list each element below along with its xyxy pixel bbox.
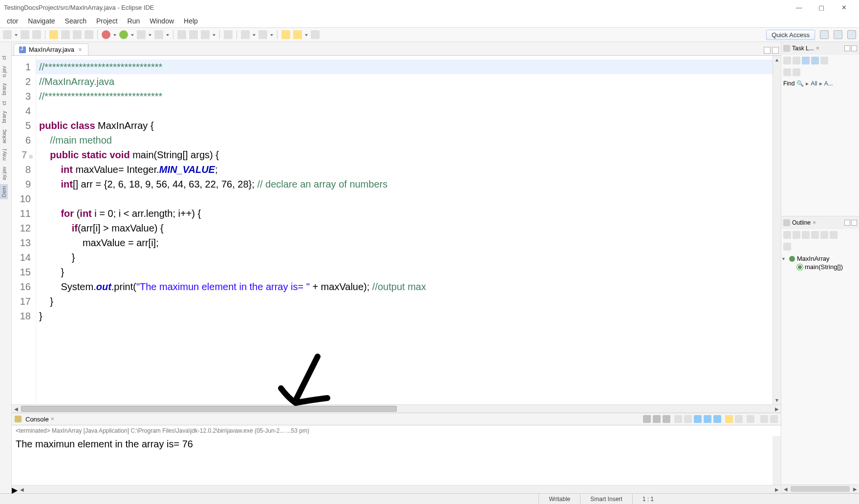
- new-dropdown[interactable]: [15, 30, 18, 39]
- tasklist-minimize-icon[interactable]: [844, 45, 850, 51]
- left-trim-item[interactable]: ct: [0, 54, 8, 62]
- find-search-icon[interactable]: 🔍: [796, 80, 804, 87]
- hide-local-icon[interactable]: [820, 231, 828, 239]
- console-horizontal-scrollbar[interactable]: ▶ ◀ ▶: [12, 485, 781, 493]
- outline-scroll-right-icon[interactable]: ▶: [851, 485, 859, 493]
- code-line[interactable]: //MaxInArray.java: [36, 74, 773, 89]
- debug-dropdown[interactable]: [113, 30, 116, 39]
- focus-active-icon[interactable]: [830, 231, 838, 239]
- code-line[interactable]: maxValue = arr[i];: [36, 235, 773, 250]
- code-editor[interactable]: 123456789101112131415161718 //**********…: [12, 56, 781, 404]
- focus-icon[interactable]: [820, 57, 828, 64]
- perspective-java-icon[interactable]: [834, 30, 842, 39]
- outline-tree[interactable]: ▾ MaxInArray main(String[]): [781, 252, 859, 273]
- editor-horizontal-scrollbar[interactable]: ◀ ▶: [12, 404, 781, 413]
- console-minimize-icon[interactable]: [760, 415, 768, 423]
- hide-fields-icon[interactable]: [793, 231, 800, 239]
- code-line[interactable]: int maxValue= Integer.MIN_VALUE;: [36, 162, 773, 177]
- left-trim-item[interactable]: ct: [0, 99, 8, 107]
- left-trim-item[interactable]: rray.j: [0, 147, 8, 163]
- open-type-icon[interactable]: [201, 30, 210, 39]
- hide-static-icon[interactable]: [802, 231, 810, 239]
- perspective-open-icon[interactable]: [820, 30, 829, 39]
- pin-editor-icon[interactable]: [311, 30, 320, 39]
- task-list-content[interactable]: [781, 89, 859, 216]
- code-line[interactable]: }: [36, 294, 773, 309]
- sync-icon[interactable]: [793, 57, 800, 64]
- outline-class-node[interactable]: ▾ MaxInArray: [782, 254, 858, 263]
- new-package-icon[interactable]: [189, 30, 198, 39]
- outline-maximize-icon[interactable]: [851, 220, 857, 226]
- code-line[interactable]: }: [36, 265, 773, 279]
- editor-maximize-icon[interactable]: [772, 47, 779, 54]
- build-icon[interactable]: [49, 30, 58, 39]
- view-menu-icon[interactable]: [793, 68, 800, 76]
- menu-run[interactable]: Run: [123, 16, 145, 26]
- find-all-link[interactable]: All: [811, 80, 817, 87]
- new-class-icon[interactable]: [177, 30, 186, 39]
- tasklist-maximize-icon[interactable]: [851, 45, 857, 51]
- coverage-dropdown[interactable]: [149, 30, 151, 39]
- new-icon[interactable]: [3, 30, 12, 39]
- menu-project[interactable]: Project: [91, 16, 123, 26]
- pin-console-icon[interactable]: [725, 415, 733, 423]
- debug-icon[interactable]: [102, 30, 110, 39]
- opentype-dropdown[interactable]: [213, 30, 215, 39]
- word-wrap-icon[interactable]: [694, 415, 702, 423]
- outline-method-node[interactable]: main(String[]): [790, 263, 858, 271]
- prev-dropdown[interactable]: [270, 30, 273, 39]
- window-minimize-button[interactable]: —: [788, 0, 810, 15]
- window-close-button[interactable]: ✕: [833, 0, 855, 15]
- console-tab-close-icon[interactable]: ×: [51, 416, 57, 422]
- scroll-up-icon[interactable]: ▲: [773, 56, 781, 64]
- prev-annotation-icon[interactable]: [258, 30, 267, 39]
- scroll-right-icon[interactable]: ▶: [773, 406, 781, 412]
- code-line[interactable]: }: [36, 309, 773, 323]
- next-annotation-icon[interactable]: [241, 30, 250, 39]
- menu-window[interactable]: Window: [145, 16, 179, 26]
- window-maximize-button[interactable]: ▢: [810, 0, 833, 15]
- editor-vertical-scrollbar[interactable]: ▲ ▼: [773, 56, 781, 404]
- terminate-icon[interactable]: [643, 415, 651, 423]
- code-line[interactable]: //main method: [36, 133, 773, 147]
- show-on-out-icon[interactable]: [704, 415, 711, 423]
- left-trim-item[interactable]: o.jav: [0, 64, 8, 79]
- outline-minimize-icon[interactable]: [844, 220, 850, 226]
- ext-dropdown[interactable]: [166, 30, 169, 39]
- open-console-icon[interactable]: [747, 415, 754, 423]
- outline-horizontal-scrollbar[interactable]: ◀ ▶: [781, 484, 859, 493]
- left-trim-stack[interactable]: cto.javbraryctbraryackaçrray.jay.javDem: [0, 42, 12, 493]
- remove-launch-icon[interactable]: [653, 415, 661, 423]
- code-line[interactable]: [36, 104, 773, 118]
- save-all-icon[interactable]: [32, 30, 41, 39]
- code-line[interactable]: int[] arr = {2, 6, 18, 9, 56, 44, 63, 22…: [36, 177, 773, 191]
- left-trim-item[interactable]: Dem: [0, 184, 8, 199]
- menu-help[interactable]: Help: [179, 16, 203, 26]
- editor-tab-close-icon[interactable]: ×: [77, 47, 83, 53]
- code-content[interactable]: //*******************************//MaxIn…: [36, 56, 773, 404]
- scroll-lock-icon[interactable]: [684, 415, 692, 423]
- remove-all-icon[interactable]: [663, 415, 670, 423]
- code-line[interactable]: [36, 191, 773, 206]
- console-output-area[interactable]: The maximun element in the array is= 76: [12, 436, 781, 485]
- find-activate-link[interactable]: A...: [824, 80, 833, 87]
- show-on-err-icon[interactable]: [713, 415, 721, 423]
- clear-console-icon[interactable]: [674, 415, 682, 423]
- console-tab[interactable]: Console ×: [15, 416, 57, 423]
- code-line[interactable]: }: [36, 250, 773, 265]
- code-line[interactable]: //*******************************: [36, 60, 773, 74]
- new-task-icon[interactable]: [783, 57, 791, 64]
- perspective-debug-icon[interactable]: [847, 30, 856, 39]
- code-line[interactable]: if(arr[i] > maxValue) {: [36, 221, 773, 235]
- menu-navigate[interactable]: Navigate: [23, 16, 60, 26]
- outline-scroll-left-icon[interactable]: ◀: [781, 485, 790, 493]
- block-selection-icon[interactable]: [85, 30, 93, 39]
- next-dropdown[interactable]: [253, 30, 256, 39]
- code-line[interactable]: for (int i = 0; i < arr.length; i++) {: [36, 206, 773, 221]
- left-trim-item[interactable]: brary: [0, 81, 8, 97]
- run-icon[interactable]: [119, 30, 128, 39]
- show-view-icon[interactable]: ▶: [12, 485, 18, 493]
- search-icon[interactable]: [224, 30, 233, 39]
- collapse-all-icon[interactable]: [783, 68, 791, 76]
- code-line[interactable]: public class MaxInArray {: [36, 118, 773, 133]
